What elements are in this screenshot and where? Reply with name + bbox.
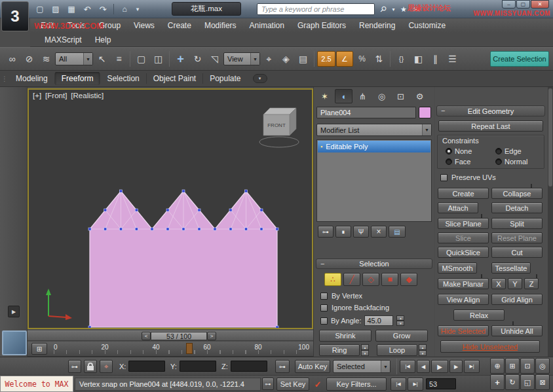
tab-object-paint[interactable]: Object Paint <box>147 72 202 85</box>
make-unique-icon[interactable]: Ψ <box>353 226 369 238</box>
viewport-pov-menu[interactable]: [Front] <box>45 92 67 99</box>
search-input[interactable] <box>257 3 375 15</box>
track-bar[interactable]: ⊞ 0 20 40 60 80 100 <box>28 342 313 357</box>
absolute-offset-toggle-icon[interactable]: ⌖ <box>100 360 113 373</box>
save-file-icon[interactable]: ▦ <box>64 5 79 14</box>
radio-icon[interactable] <box>495 158 502 165</box>
key-filters-button[interactable]: Key Filters... <box>326 378 387 391</box>
menu-rendering[interactable]: Rendering <box>353 19 402 32</box>
workspace-dropdown-icon[interactable]: ▾ <box>133 6 142 12</box>
element-mode-icon[interactable]: ◆ <box>400 273 417 286</box>
select-object-icon[interactable]: ↖ <box>94 51 110 67</box>
percent-snap-icon[interactable]: % <box>354 51 370 67</box>
slice-button[interactable]: Slice <box>438 232 489 243</box>
use-pivot-center-icon[interactable]: ⌖ <box>261 51 277 67</box>
viewcube[interactable]: FRONT <box>253 99 305 154</box>
select-and-scale-icon[interactable]: ◹ <box>206 51 223 67</box>
selection-region-icon[interactable]: ▢ <box>133 51 149 67</box>
previous-frame-arrow[interactable]: < <box>142 332 151 340</box>
relax-button[interactable]: Relax <box>453 310 505 321</box>
create-tab-icon[interactable]: ✶ <box>316 89 334 103</box>
align-icon[interactable]: ∥ <box>427 51 444 67</box>
maximize-viewport-toggle-icon[interactable]: ⊠ <box>535 374 550 390</box>
tessellate-button[interactable]: Tessellate <box>491 262 531 274</box>
zoom-extents-icon[interactable]: ⊡ <box>520 358 535 374</box>
ribbon-minimize-icon[interactable]: ▾ <box>253 74 267 83</box>
viewport-layout-tab[interactable] <box>2 330 27 355</box>
menu-maxscript[interactable]: MAXScript <box>38 33 88 46</box>
menu-customize[interactable]: Customize <box>402 19 452 32</box>
grid-align-button[interactable]: Grid Align <box>491 294 543 305</box>
border-mode-icon[interactable]: ◇ <box>362 273 379 286</box>
maxscript-listener[interactable]: Welcome to MAX <box>0 376 73 392</box>
unhide-all-button[interactable]: Unhide All <box>491 325 543 336</box>
named-selection-sets-icon[interactable]: {} <box>393 51 410 67</box>
zoom-icon[interactable]: ⊕ <box>490 358 505 374</box>
pan-icon[interactable]: + <box>490 374 505 390</box>
menu-views[interactable]: Views <box>127 19 161 32</box>
planar-y-button[interactable]: Y <box>508 278 522 289</box>
spinner-up-icon[interactable]: ▴ <box>396 315 404 321</box>
utilities-tab-icon[interactable]: ⚙ <box>411 89 429 103</box>
set-key-mode-icon[interactable]: ⊶ <box>275 360 290 373</box>
zoom-region-icon[interactable]: ◱ <box>520 374 535 390</box>
by-angle-input[interactable] <box>364 315 393 326</box>
spinner-up-icon[interactable]: ▴ <box>419 344 427 350</box>
modifier-list-dropdown[interactable]: Modifier List ▼ <box>316 124 432 136</box>
current-frame-input[interactable] <box>426 378 456 389</box>
time-slider-handle[interactable]: < 53 / 100 > <box>142 332 216 340</box>
spinner-down-icon[interactable]: ▾ <box>396 321 404 326</box>
select-and-rotate-icon[interactable]: ↻ <box>189 51 206 67</box>
next-key-icon[interactable]: ▶| <box>408 378 423 391</box>
constraint-edge-option[interactable]: Edge <box>495 147 522 155</box>
ring-button[interactable]: Ring <box>319 344 360 356</box>
open-file-icon[interactable]: ▨ <box>48 5 63 14</box>
by-vertex-checkbox[interactable] <box>320 293 328 300</box>
menu-create[interactable]: Create <box>161 19 198 32</box>
layer-manager-icon[interactable]: ☰ <box>444 51 461 67</box>
pin-stack-icon[interactable]: ⊶ <box>318 226 334 238</box>
select-and-manipulate-icon[interactable]: ◈ <box>278 51 294 67</box>
menu-modifiers[interactable]: Modifiers <box>198 19 243 32</box>
grow-button[interactable]: Grow <box>375 330 428 342</box>
hide-unselected-button[interactable]: Hide Unselected <box>440 340 540 353</box>
constraint-face-option[interactable]: Face <box>446 158 470 166</box>
cut-button[interactable]: Cut <box>491 247 543 258</box>
lock-selection-icon[interactable] <box>84 360 97 373</box>
window-close-icon[interactable]: ✕ <box>531 0 549 9</box>
constraint-none-option[interactable]: None <box>446 147 472 155</box>
search-icon[interactable]: ⚲ <box>376 2 391 17</box>
coordinate-y-input[interactable] <box>180 361 216 372</box>
scrollbar-thumb[interactable] <box>548 88 552 187</box>
polygon-mode-icon[interactable]: ■ <box>381 273 398 286</box>
previous-frame-icon[interactable]: ◀ <box>417 360 430 373</box>
selection-filter-dropdown[interactable]: All ▼ <box>55 52 93 65</box>
selected-mode-dropdown[interactable]: Selected ▼ <box>333 360 391 373</box>
collapse-button[interactable]: Collapse <box>491 188 543 199</box>
select-and-link-icon[interactable]: ∞ <box>4 51 20 67</box>
spinner-down-icon[interactable]: ▾ <box>361 350 369 356</box>
shrink-button[interactable]: Shrink <box>319 330 372 342</box>
goto-start-icon[interactable]: |◀ <box>400 360 415 373</box>
tab-populate[interactable]: Populate <box>203 72 247 85</box>
edit-geometry-rollout-header[interactable]: − Edit Geometry <box>436 105 545 116</box>
keyboard-override-icon[interactable]: ▤ <box>295 51 311 67</box>
document-tab[interactable]: 花瓶.max <box>172 2 241 16</box>
planar-x-button[interactable]: X <box>491 278 506 289</box>
mini-curve-editor-icon[interactable]: ⊞ <box>31 343 47 355</box>
unlink-selection-icon[interactable]: ⊘ <box>21 51 37 67</box>
ignore-backfacing-checkbox[interactable] <box>320 304 328 312</box>
reference-coordinate-dropdown[interactable]: View ▼ <box>223 52 260 65</box>
create-button[interactable]: Create <box>438 188 489 199</box>
show-end-result-icon[interactable]: ∎ <box>335 226 351 238</box>
hierarchy-tab-icon[interactable]: ⋔ <box>354 89 372 103</box>
slice-plane-button[interactable]: Slice Plane <box>438 218 489 229</box>
tab-selection[interactable]: Selection <box>100 72 145 85</box>
window-minimize-icon[interactable]: – <box>502 0 516 9</box>
make-planar-button[interactable]: Make Planar <box>438 278 489 289</box>
time-slider-track[interactable]: < 53 / 100 > <box>28 330 313 341</box>
split-button[interactable]: Split <box>491 218 543 229</box>
attach-button[interactable]: Attach <box>438 202 478 213</box>
snap-toggle-button[interactable]: 2.5 <box>317 51 335 67</box>
viewport-general-menu[interactable]: [+] <box>33 92 41 99</box>
